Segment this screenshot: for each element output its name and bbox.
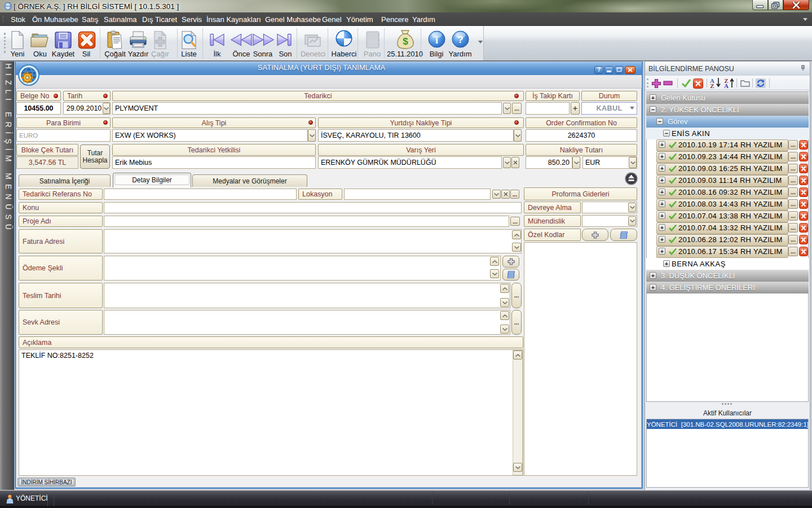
svg-text:$: $ xyxy=(403,36,408,47)
svg-text:i: i xyxy=(435,34,438,46)
svg-text:?: ? xyxy=(457,34,463,45)
